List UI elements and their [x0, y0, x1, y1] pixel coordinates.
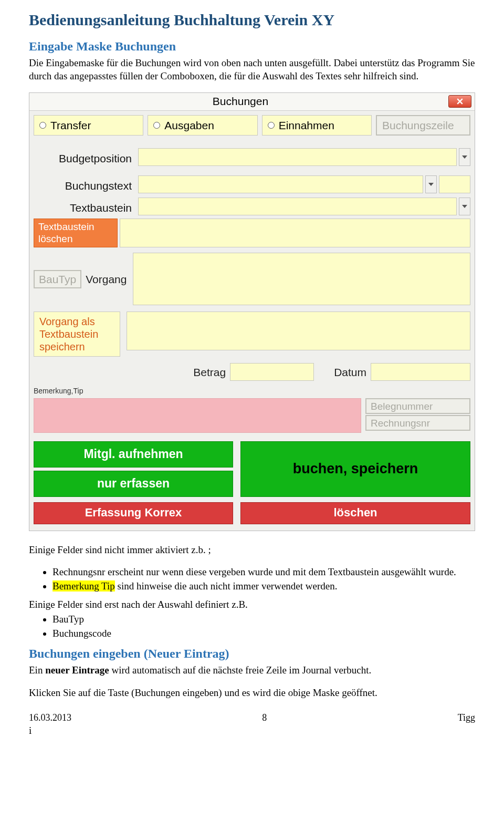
- buchungstext-combo[interactable]: [138, 175, 423, 193]
- radio-icon: [268, 122, 275, 129]
- dropdown-arrow-icon[interactable]: [425, 175, 437, 193]
- textbaustein-loeschen-button[interactable]: Textbaustein löschen: [34, 219, 118, 248]
- erfassung-korrex-button[interactable]: Erfassung Korrex: [34, 502, 233, 524]
- buchungen-screenshot: Buchungen Transfer Ausgaben Einnahmen Bu…: [29, 92, 475, 531]
- page-footer: 16.03.2013 8 Tigg: [29, 712, 475, 724]
- radio-label: Einnahmen: [279, 118, 334, 132]
- buchungszeile-field: Buchungszeile: [376, 115, 470, 136]
- label-datum: Datum: [334, 365, 366, 379]
- budgetposition-combo[interactable]: [138, 148, 457, 166]
- label-buchungstext: Buchungstext: [34, 175, 136, 193]
- vorgang-textarea[interactable]: [127, 312, 470, 350]
- mitgl-aufnehmen-button[interactable]: Mitgl. aufnehmen: [34, 441, 233, 468]
- betrag-input[interactable]: [230, 363, 314, 381]
- intro-paragraph: Die Eingabemaske für die Buchungen wird …: [29, 57, 475, 82]
- label-betrag: Betrag: [193, 365, 226, 379]
- bullet-rechnungsnr: Rechnungsnr erscheint nur wenn diese ver…: [52, 566, 475, 579]
- radio-einnahmen[interactable]: Einnahmen: [262, 115, 372, 136]
- para-neuer-eintrag: Ein neuer Eintrage wird automatisch auf …: [29, 664, 475, 677]
- bullet-bautyp: BauTyp: [52, 613, 475, 626]
- buchungstext-code[interactable]: [439, 175, 470, 193]
- window-titlebar: Buchungen: [29, 93, 475, 111]
- textbaustein-display[interactable]: [120, 219, 470, 248]
- label-textbaustein: Textbaustein: [34, 198, 136, 215]
- radio-label: Transfer: [50, 118, 91, 132]
- section-heading-eingeben: Buchungen eingeben (Neuer Eintrag): [29, 646, 475, 662]
- para-klicken: Klicken Sie auf die Taste (Buchungen ein…: [29, 687, 475, 700]
- textbaustein-combo[interactable]: [138, 198, 457, 215]
- bullet-rest: sind hinweise die auch nicht immer verwe…: [115, 580, 338, 591]
- para-felder-nicht-aktiv: Einige Felder sind nicht immer aktiviert…: [29, 544, 475, 557]
- close-button[interactable]: [448, 95, 471, 108]
- loeschen-button[interactable]: löschen: [240, 502, 470, 524]
- footer-date: 16.03.2013: [29, 712, 71, 724]
- radio-transfer[interactable]: Transfer: [34, 115, 143, 136]
- vorgang-speichern-button[interactable]: Vorgang als Textbaustein speichern: [34, 312, 120, 357]
- footer-page: 8: [262, 712, 267, 724]
- dropdown-arrow-icon[interactable]: [459, 148, 470, 166]
- label-budgetposition: Budgetposition: [34, 148, 136, 166]
- radio-icon: [39, 122, 46, 129]
- buchen-speichern-button[interactable]: buchen, speichern: [240, 441, 470, 497]
- footer-author: Tigg: [458, 712, 475, 724]
- highlight-bemerkung-tip: Bemerkung Tip: [52, 580, 115, 591]
- radio-label: Ausgaben: [164, 118, 214, 132]
- close-icon: [457, 98, 463, 105]
- window-title: Buchungen: [33, 94, 448, 108]
- text: wird automatisch auf die nächste freie Z…: [109, 665, 372, 676]
- para-felder-definiert: Einige Felder sind erst nach der Auswahl…: [29, 598, 475, 611]
- nur-erfassen-button[interactable]: nur erfassen: [34, 471, 233, 497]
- radio-icon: [153, 122, 160, 129]
- bullet-buchungscode: Buchungscode: [52, 627, 475, 640]
- vorgang-input[interactable]: [133, 253, 470, 305]
- footer-i: i: [29, 724, 475, 738]
- text: Ein: [29, 665, 45, 676]
- bullet-bemerkung-tip: Bemerkung Tip sind hinweise die auch nic…: [52, 580, 475, 593]
- text-bold: neuer Eintrage: [45, 665, 109, 676]
- bautyp-field: BauTyp: [34, 270, 81, 288]
- dropdown-arrow-icon[interactable]: [459, 198, 470, 215]
- page-title: Bedienungsanleitung Buchhaltung Verein X…: [29, 9, 475, 30]
- bemerkung-input[interactable]: [34, 398, 361, 433]
- rechnungsnr-field: Rechnungsnr: [365, 415, 470, 431]
- radio-ausgaben[interactable]: Ausgaben: [148, 115, 257, 136]
- belegnummer-field: Belegnummer: [365, 398, 470, 414]
- label-vorgang: Vorgang: [81, 271, 131, 287]
- datum-input[interactable]: [371, 363, 470, 381]
- label-bemerkung-tip: Bemerkung,Tip: [29, 384, 475, 397]
- section-heading-eingabe: Eingabe Maske Buchungen: [29, 38, 475, 55]
